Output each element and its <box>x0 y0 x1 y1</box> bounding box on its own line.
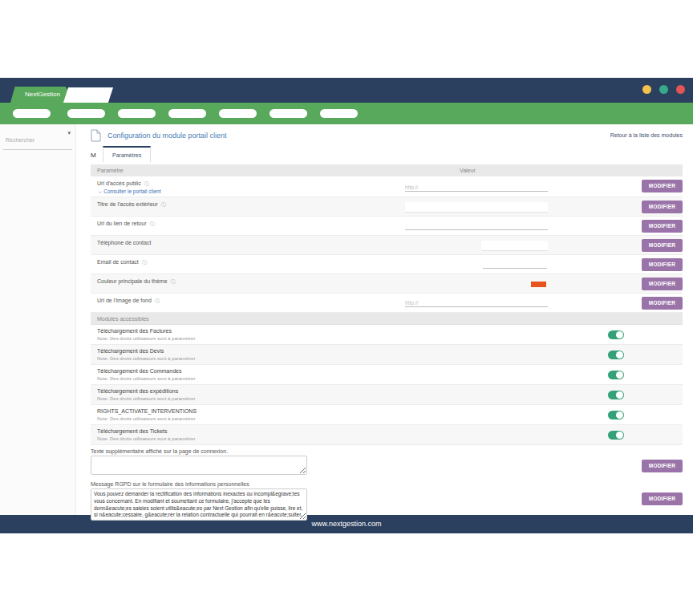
rgpd-message-section: Message RGPD sur le formulaire des infor… <box>91 481 683 524</box>
module-label: Téléchargement des expéditions <box>97 388 178 394</box>
modify-button[interactable]: MODIFIER <box>642 220 683 233</box>
search-placeholder: Rechercher <box>6 137 34 143</box>
module-label: Téléchargement des Devis <box>97 348 164 354</box>
search-input[interactable]: Rechercher ▾ <box>3 129 72 150</box>
module-row: Téléchargement des expéditions Note: Des… <box>91 385 683 405</box>
modify-button[interactable]: MODIFIER <box>642 460 683 472</box>
param-label: Couleur principale du thème <box>97 278 168 284</box>
menu-item-5[interactable] <box>219 109 257 118</box>
info-icon[interactable]: ⓘ <box>161 202 166 207</box>
column-valeur: Valeur <box>460 168 476 173</box>
modules-section-header: Modules accessibles <box>91 313 683 325</box>
close-dot-icon[interactable] <box>676 85 685 94</box>
info-icon[interactable]: ⓘ <box>155 298 160 303</box>
toggle-knob <box>616 411 623 419</box>
sidebar: Rechercher ▾ <box>0 124 76 515</box>
app-window: NextGestion Rechercher ▾ <box>0 78 693 533</box>
main-menu-bar <box>0 103 693 124</box>
toggle-knob <box>616 371 623 379</box>
modify-button[interactable]: MODIFIER <box>642 180 683 192</box>
module-toggle[interactable] <box>608 351 624 359</box>
chevron-down-icon[interactable]: ▾ <box>67 130 71 136</box>
modify-button[interactable]: MODIFIER <box>642 201 683 213</box>
module-label: Téléchargement des Commandes <box>97 368 181 374</box>
table-row: Url du lien de retour ⓘ MODIFIER <box>91 217 683 236</box>
param-label: Url d'accès public <box>97 180 141 186</box>
background-image-url-input[interactable] <box>405 299 548 307</box>
info-icon[interactable]: ⓘ <box>142 260 147 265</box>
param-label: Url du lien de retour <box>97 221 146 226</box>
parameters-table: Paramètre Valeur Url d'accès public ⓘ → … <box>91 164 683 524</box>
module-toggle[interactable] <box>608 371 624 379</box>
module-row: Téléchargement des Tickets Note: Des dro… <box>91 425 683 445</box>
main-content: Configuration du module portail client R… <box>76 124 693 515</box>
login-extra-text-section: Texte supplémentaire affiché sur la page… <box>91 448 683 478</box>
tab-bar: M Paramètres <box>91 146 683 164</box>
toggle-knob <box>616 391 623 399</box>
toggle-knob <box>616 351 623 359</box>
modify-button[interactable]: MODIFIER <box>642 258 683 271</box>
header-decor-shape <box>63 87 113 103</box>
table-row: Url de l'image de fond ⓘ MODIFIER <box>91 294 683 313</box>
module-note: Note: Des droits utilisateurs sont à par… <box>97 436 195 441</box>
module-label: RIGHTS_ACTIVATE_INTERVENTIONS <box>97 408 197 414</box>
menu-item-2[interactable] <box>67 109 105 118</box>
param-label: Url de l'image de fond <box>97 298 152 303</box>
module-row: Téléchargement des Commandes Note: Des d… <box>91 365 683 385</box>
return-url-input[interactable] <box>405 222 548 230</box>
param-label: Email de contact <box>97 259 139 265</box>
table-row: Email de contact ⓘ MODIFIER <box>91 255 683 274</box>
module-row: RIGHTS_ACTIVATE_INTERVENTIONS Note: Des … <box>91 405 683 425</box>
tab-parametres[interactable]: Paramètres <box>103 146 151 162</box>
top-bar: NextGestion <box>0 78 693 103</box>
module-toggle[interactable] <box>608 431 624 440</box>
menu-item-4[interactable] <box>168 109 206 118</box>
back-to-modules-link[interactable]: Retour à la liste des modules <box>610 132 683 138</box>
toggle-knob <box>616 331 623 338</box>
param-label: Téléphone de contact <box>97 240 151 245</box>
module-label: Téléchargement des Factures <box>97 328 172 334</box>
param-label: Titre de l'accès extérieur <box>97 201 158 207</box>
module-note: Note: Des droits utilisateurs sont à par… <box>97 396 195 401</box>
page-title: Configuration du module portail client <box>107 132 227 140</box>
window-controls <box>642 85 685 94</box>
tab-prefix-label: M <box>91 152 96 159</box>
arrow-right-icon: → <box>97 188 103 194</box>
modify-button[interactable]: MODIFIER <box>642 492 683 505</box>
info-icon[interactable]: ⓘ <box>144 181 149 186</box>
menu-item-3[interactable] <box>118 109 156 118</box>
minimize-dot-icon[interactable] <box>642 85 651 94</box>
table-row: Téléphone de contact MODIFIER <box>91 236 683 255</box>
document-icon <box>91 129 101 145</box>
info-icon[interactable]: ⓘ <box>171 279 176 284</box>
contact-email-input[interactable] <box>483 261 547 269</box>
table-row: Couleur principale du thème ⓘ MODIFIER <box>91 274 683 294</box>
module-note: Note: Des droits utilisateurs sont à par… <box>97 376 195 381</box>
table-header: Paramètre Valeur <box>91 164 683 176</box>
theme-color-swatch[interactable] <box>531 282 546 287</box>
toggle-knob <box>616 432 623 439</box>
modify-button[interactable]: MODIFIER <box>642 278 683 290</box>
menu-item-6[interactable] <box>270 109 307 118</box>
rgpd-message-label: Message RGPD sur le formulaire des infor… <box>91 481 683 487</box>
consult-portal-link[interactable]: → Consulter le portail client <box>97 188 161 194</box>
modify-button[interactable]: MODIFIER <box>642 297 683 310</box>
module-row: Téléchargement des Factures Note: Des dr… <box>91 325 683 345</box>
table-row: Titre de l'accès extérieur ⓘ MODIFIER <box>91 197 683 217</box>
info-icon[interactable]: ⓘ <box>149 221 154 226</box>
module-toggle[interactable] <box>608 411 624 419</box>
public-url-input[interactable] <box>405 184 548 192</box>
modify-button[interactable]: MODIFIER <box>642 239 683 252</box>
menu-item-1[interactable] <box>13 109 51 118</box>
maximize-dot-icon[interactable] <box>659 85 668 94</box>
module-toggle[interactable] <box>608 330 624 339</box>
login-extra-text-area[interactable] <box>91 456 307 475</box>
module-note: Note: Des droits utilisateurs sont à par… <box>97 336 195 341</box>
login-extra-text-label: Texte supplémentaire affiché sur la page… <box>91 448 683 454</box>
module-toggle[interactable] <box>608 391 624 399</box>
rgpd-message-area[interactable]: Vous pouvez demander la rectification de… <box>91 488 307 521</box>
table-row: Url d'accès public ⓘ → Consulter le port… <box>91 176 683 197</box>
external-title-input[interactable] <box>405 202 548 213</box>
menu-item-7[interactable] <box>320 109 358 118</box>
contact-phone-input[interactable] <box>481 241 548 251</box>
